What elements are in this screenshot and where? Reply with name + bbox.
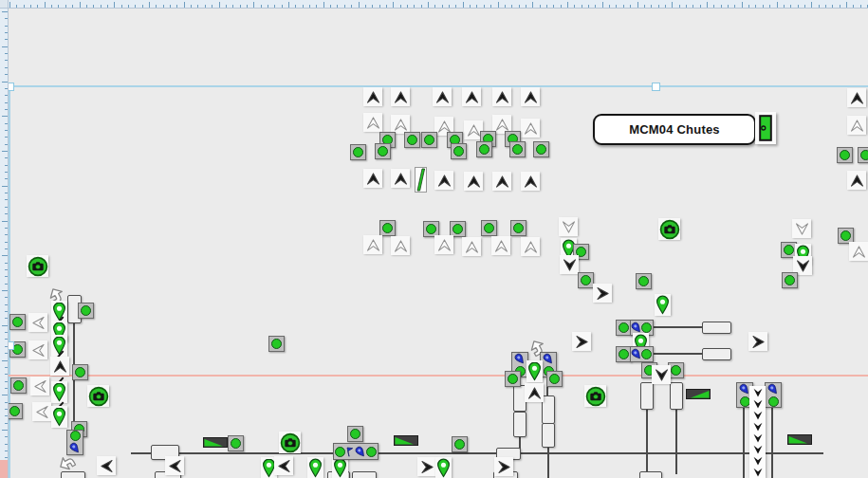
chevron-up-outline-icon[interactable]: [521, 237, 540, 256]
station-rect[interactable]: [639, 471, 662, 478]
turn-arrow-icon[interactable]: [57, 452, 78, 473]
chevron-right-icon[interactable]: [572, 332, 591, 351]
selection-handle[interactable]: [652, 83, 660, 91]
status-indicator[interactable]: [404, 132, 420, 148]
status-indicator[interactable]: [10, 377, 27, 394]
chevron-up-outline-icon[interactable]: [391, 115, 410, 134]
ramp-gauge[interactable]: [787, 434, 812, 445]
vertical-ruler[interactable]: [0, 8, 9, 478]
chevron-right-icon[interactable]: [494, 457, 513, 476]
chevron-up-icon[interactable]: [363, 169, 382, 188]
valve-indicator[interactable]: [755, 112, 776, 144]
guide-red-horizontal[interactable]: [9, 375, 868, 377]
location-pin-icon[interactable]: [307, 457, 323, 478]
signal-box[interactable]: [630, 346, 654, 362]
status-indicator[interactable]: [481, 220, 497, 236]
ramp-gauge[interactable]: [394, 435, 418, 446]
status-indicator[interactable]: [375, 143, 391, 159]
status-indicator[interactable]: [78, 303, 94, 319]
chevron-up-icon[interactable]: [50, 357, 69, 376]
chute-chevrons[interactable]: [749, 386, 766, 478]
chevron-up-outline-icon[interactable]: [462, 237, 481, 256]
chevron-up-outline-icon[interactable]: [849, 242, 868, 261]
chevron-up-icon[interactable]: [847, 171, 866, 190]
chevron-up-outline-icon[interactable]: [847, 116, 866, 135]
chevron-right-icon[interactable]: [748, 332, 767, 351]
status-indicator[interactable]: [858, 147, 868, 163]
station-rect[interactable]: [513, 412, 526, 437]
status-indicator[interactable]: [533, 141, 549, 157]
status-indicator[interactable]: [452, 436, 468, 452]
chevron-right-icon[interactable]: [593, 284, 612, 303]
camera-icon[interactable]: [658, 218, 680, 240]
station-rect[interactable]: [542, 423, 555, 448]
location-pin-icon[interactable]: [435, 457, 452, 478]
chevron-up-icon[interactable]: [492, 87, 511, 106]
station-rect[interactable]: [670, 382, 683, 410]
chevron-up-icon[interactable]: [462, 87, 481, 106]
status-indicator[interactable]: [546, 371, 563, 387]
station-rect[interactable]: [352, 471, 377, 478]
status-indicator[interactable]: [350, 144, 366, 160]
chevron-up-icon[interactable]: [464, 172, 483, 191]
chevron-up-icon[interactable]: [434, 171, 453, 190]
chute-group-label[interactable]: MCM04 Chutes: [593, 114, 756, 145]
chevron-up-icon[interactable]: [391, 87, 410, 106]
chevron-up-icon[interactable]: [525, 383, 544, 402]
location-pin-icon[interactable]: [51, 406, 67, 428]
location-pin-icon[interactable]: [51, 381, 67, 403]
status-indicator[interactable]: [578, 272, 594, 288]
status-indicator[interactable]: [72, 364, 88, 380]
chevron-up-outline-icon[interactable]: [434, 235, 453, 254]
chevron-down-outline-icon[interactable]: [559, 217, 578, 236]
status-indicator[interactable]: [268, 336, 285, 352]
status-indicator[interactable]: [228, 435, 244, 451]
camera-icon[interactable]: [279, 432, 301, 453]
location-pin-icon[interactable]: [526, 360, 543, 382]
camera-icon[interactable]: [87, 385, 109, 407]
chevron-left-outline-icon[interactable]: [28, 340, 47, 359]
status-indicator[interactable]: [510, 220, 526, 236]
multi-status-box[interactable]: [333, 443, 379, 460]
status-indicator[interactable]: [347, 426, 363, 442]
chevron-up-icon[interactable]: [433, 87, 452, 106]
station-rect[interactable]: [640, 382, 654, 410]
chevron-up-outline-icon[interactable]: [521, 119, 540, 138]
signal-box[interactable]: [765, 382, 782, 408]
chevron-up-icon[interactable]: [492, 172, 511, 191]
camera-icon[interactable]: [27, 255, 48, 277]
chevron-up-icon[interactable]: [521, 172, 540, 191]
chevron-down-outline-icon[interactable]: [792, 219, 811, 238]
status-indicator[interactable]: [509, 141, 526, 157]
status-indicator[interactable]: [837, 147, 853, 163]
status-indicator[interactable]: [7, 403, 23, 419]
chevron-up-icon[interactable]: [521, 87, 540, 106]
chevron-left-outline-icon[interactable]: [28, 313, 47, 332]
chevron-down-icon[interactable]: [652, 365, 671, 384]
status-indicator[interactable]: [782, 272, 798, 288]
station-rect[interactable]: [542, 395, 555, 424]
chevron-left-outline-icon[interactable]: [32, 402, 51, 421]
gate-indicator[interactable]: [415, 167, 427, 193]
station-rect[interactable]: [702, 348, 731, 360]
chevron-right-icon[interactable]: [417, 457, 436, 476]
chevron-up-outline-icon[interactable]: [363, 113, 382, 132]
status-indicator[interactable]: [451, 143, 467, 159]
chevron-up-icon[interactable]: [391, 169, 410, 188]
ramp-gauge[interactable]: [203, 437, 228, 448]
chevron-left-icon[interactable]: [165, 456, 184, 475]
chevron-up-outline-icon[interactable]: [491, 236, 510, 255]
station-rect[interactable]: [702, 322, 731, 334]
status-indicator[interactable]: [476, 141, 492, 157]
ramp-gauge[interactable]: [686, 389, 711, 399]
horizontal-ruler[interactable]: [0, 0, 868, 9]
chevron-left-outline-icon[interactable]: [30, 377, 49, 395]
camera-icon[interactable]: [584, 385, 606, 407]
status-indicator[interactable]: [505, 371, 521, 387]
chevron-down-icon[interactable]: [560, 255, 579, 274]
status-indicator[interactable]: [379, 220, 396, 236]
status-indicator[interactable]: [421, 132, 437, 148]
chevron-up-icon[interactable]: [363, 87, 382, 106]
chevron-up-icon[interactable]: [847, 88, 866, 107]
chevron-up-outline-icon[interactable]: [391, 236, 410, 255]
